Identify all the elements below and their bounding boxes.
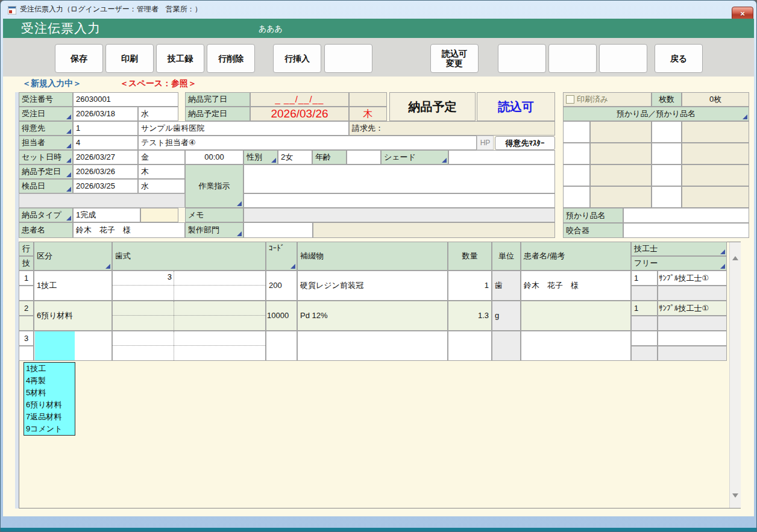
dropdown-item[interactable]: 1技工: [24, 363, 75, 375]
age-field[interactable]: [347, 150, 381, 164]
qty-cell[interactable]: 1: [448, 271, 492, 301]
reload-change-button[interactable]: 読込可 変更: [430, 44, 479, 73]
row-delete-button[interactable]: 行削除: [207, 44, 255, 73]
unit-cell[interactable]: 歯: [492, 271, 521, 301]
kubun-cell[interactable]: 6預り材料: [34, 301, 112, 331]
dropdown-item[interactable]: 9コメント: [24, 423, 75, 435]
tech-sub-cell[interactable]: [658, 346, 727, 361]
set-time-field[interactable]: 00:00: [185, 150, 243, 164]
tech-name-cell[interactable]: ｻﾝﾌﾟﾙ技工士①: [658, 271, 727, 286]
staff-name-field[interactable]: テスト担当者④: [138, 136, 477, 150]
tech-name-cell[interactable]: ｻﾝﾌﾟﾙ技工士①: [658, 301, 727, 316]
shade-field[interactable]: [448, 150, 555, 164]
order-date-field[interactable]: 2026/03/18: [73, 107, 138, 121]
azukari-cell[interactable]: [590, 164, 652, 186]
delivery-type-label-text: 納品タイプ: [22, 211, 61, 219]
dropdown-corner-icon: [66, 172, 71, 177]
tech-sub-cell[interactable]: [658, 286, 727, 301]
delivery-type-field[interactable]: 1完成: [73, 208, 140, 222]
tech-no-cell[interactable]: [631, 331, 658, 346]
dropdown-item[interactable]: 6預り材料: [24, 399, 75, 411]
customer-name-field[interactable]: サンプル歯科医院: [138, 121, 349, 136]
tooth-chart-cell[interactable]: [112, 301, 266, 331]
azukari-cell[interactable]: [590, 186, 652, 208]
work-note-field-2[interactable]: [243, 193, 555, 208]
delivery2-field[interactable]: 2026/03/26: [73, 164, 138, 179]
set-date-field[interactable]: 2026/03/27: [73, 150, 138, 164]
azukari-cell[interactable]: [652, 121, 682, 143]
customer-master-button[interactable]: 得意先ﾏｽﾀｰ: [495, 136, 555, 150]
unit-cell[interactable]: g: [492, 301, 521, 331]
patient-note-cell[interactable]: 鈴木 花子 様: [521, 271, 631, 301]
tooth-number: 3: [162, 272, 172, 281]
code-cell[interactable]: 10000: [266, 301, 297, 331]
delivery-type-sub-field[interactable]: [140, 208, 178, 222]
dropdown-item[interactable]: 5材料: [24, 387, 75, 399]
azukari-cell[interactable]: [563, 164, 590, 186]
azukari-cell[interactable]: [590, 121, 652, 143]
tooth-chart-cell[interactable]: [112, 271, 266, 301]
patient-note-cell[interactable]: [521, 331, 631, 361]
azukari-cell[interactable]: [563, 143, 590, 164]
tech-name-cell[interactable]: [658, 331, 727, 346]
qty-cell[interactable]: [448, 331, 492, 361]
row-insert-button[interactable]: 行挿入: [273, 44, 321, 73]
staff-code-field[interactable]: 4: [73, 136, 138, 150]
tech-no-cell[interactable]: 1: [631, 301, 658, 316]
code-cell[interactable]: [266, 331, 297, 361]
gender-field[interactable]: 2女: [278, 150, 312, 164]
azukari-cell[interactable]: [590, 143, 652, 164]
azukari-cell[interactable]: [652, 186, 682, 208]
save-button[interactable]: 保存: [55, 44, 103, 73]
azukari-cell[interactable]: [682, 121, 749, 143]
printed-checkbox[interactable]: [566, 95, 574, 104]
azukari-cell[interactable]: [682, 143, 749, 164]
inspect-field[interactable]: 2026/03/25: [73, 179, 138, 193]
print-button[interactable]: 印刷: [105, 44, 154, 73]
azukari-cell[interactable]: [652, 164, 682, 186]
kubun-cell[interactable]: 1技工: [34, 271, 112, 301]
dept-name-field[interactable]: [313, 222, 555, 238]
qty-cell[interactable]: 1.3: [448, 301, 492, 331]
grid-scrollbar[interactable]: [729, 242, 741, 508]
delivery-done-dow-field[interactable]: [349, 92, 387, 107]
unit-cell[interactable]: [492, 331, 521, 361]
code-cell[interactable]: 200: [266, 271, 297, 301]
azukari-cell[interactable]: [682, 164, 749, 186]
scroll-down-icon[interactable]: [732, 498, 738, 509]
dropdown-item[interactable]: 7返品材料: [24, 411, 75, 423]
item-cell[interactable]: Pd 12%: [297, 301, 448, 331]
memo-field[interactable]: [243, 208, 555, 222]
azukari-cell[interactable]: [682, 186, 749, 208]
patient-field[interactable]: 鈴木 花子 様: [73, 222, 185, 238]
tech-sub-cell[interactable]: [658, 316, 727, 331]
tech-sub-cell[interactable]: [631, 346, 658, 361]
azukari-cell[interactable]: [563, 121, 590, 143]
delivery-done-field[interactable]: _ __/__/__: [250, 92, 349, 107]
toolbar-blank-button[interactable]: [498, 44, 546, 73]
azukari-name-field[interactable]: [623, 208, 749, 223]
tech-sub-cell[interactable]: [631, 286, 658, 301]
giko-record-button[interactable]: 技工録: [156, 44, 204, 73]
tech-sub-cell[interactable]: [631, 316, 658, 331]
articulator-field[interactable]: [623, 223, 749, 238]
kubun-edit-cell[interactable]: [35, 331, 75, 360]
toolbar-blank-button[interactable]: [599, 44, 647, 73]
order-no-field[interactable]: 26030001: [73, 92, 178, 107]
toolbar-blank-button[interactable]: [548, 44, 597, 73]
tech-no-cell[interactable]: 1: [631, 271, 658, 286]
item-cell[interactable]: 硬質レジン前装冠: [297, 271, 448, 301]
item-cell[interactable]: [297, 331, 448, 361]
azukari-cell[interactable]: [563, 186, 590, 208]
scroll-up-icon[interactable]: [732, 246, 738, 257]
toolbar-blank-button[interactable]: [324, 44, 372, 73]
delivery-plan-field[interactable]: 2026/03/26: [250, 107, 349, 121]
tooth-chart-cell[interactable]: [112, 331, 266, 361]
dept-code-field[interactable]: [243, 222, 313, 238]
azukari-cell[interactable]: [652, 143, 682, 164]
patient-note-cell[interactable]: [521, 301, 631, 331]
back-button[interactable]: 戻る: [655, 44, 703, 73]
dropdown-item[interactable]: 4再製: [24, 375, 75, 387]
work-note-field-1[interactable]: [243, 164, 555, 193]
customer-code-field[interactable]: 1: [73, 121, 138, 136]
